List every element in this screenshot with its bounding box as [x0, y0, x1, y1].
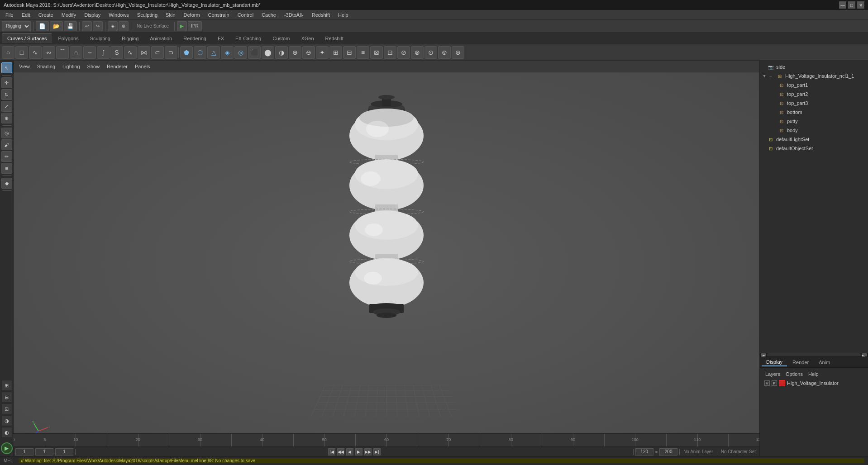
next-frame-btn[interactable]: ▶▶ [364, 448, 372, 456]
outliner-scrollbar[interactable]: ◀ ▶ [760, 353, 868, 356]
soft-mod-tool[interactable]: ◎ [1, 128, 12, 138]
tab-anim[interactable]: Anim [814, 359, 835, 366]
outliner-item-putty[interactable]: ⊡ putty [760, 117, 868, 126]
frame-preview-input[interactable]: 1 [55, 448, 73, 456]
expand-icon-tp2[interactable] [773, 91, 778, 97]
outliner-item-lightset[interactable]: ⊡ defaultLightSet [760, 135, 868, 144]
tab-redshift[interactable]: Redshift [320, 34, 349, 43]
maximize-button[interactable]: □ [848, 1, 855, 9]
tab-curves-surfaces[interactable]: Curves / Surfaces [2, 33, 52, 43]
menu-redshift[interactable]: Redshift [308, 11, 334, 19]
minimize-button[interactable]: — [839, 1, 846, 9]
shelf-curve4[interactable]: ∩ [70, 46, 82, 59]
shelf-torus[interactable]: ◎ [234, 46, 247, 59]
frame-start-input[interactable]: 1 [15, 448, 33, 456]
shelf-sphere[interactable]: ⬟ [180, 46, 193, 59]
layer-vis-check[interactable]: V [764, 380, 770, 386]
shelf-cube[interactable]: ⬡ [194, 46, 206, 59]
menu-3dtoa[interactable]: -3DtoAll- [281, 11, 307, 19]
expand-icon-body[interactable] [773, 128, 778, 133]
layer-color-swatch[interactable] [779, 380, 785, 386]
outliner-item-top-part2[interactable]: ⊡ top_part2 [760, 90, 868, 99]
shelf-surf1[interactable]: ⬤ [262, 46, 274, 59]
menu-skin[interactable]: Skin [162, 11, 179, 19]
menu-display[interactable]: Display [81, 11, 104, 19]
tab-rigging[interactable]: Rigging [116, 34, 144, 43]
shelf-square[interactable]: □ [15, 46, 28, 59]
open-button[interactable]: 📂 [50, 21, 63, 31]
expand-icon-tp3[interactable] [773, 100, 778, 106]
go-end-btn[interactable]: ▶| [373, 448, 381, 456]
play-forward-btn[interactable]: ▶ [355, 448, 362, 456]
expand-icon-group[interactable]: ▼ [762, 73, 767, 79]
tab-animation[interactable]: Animation [144, 34, 177, 43]
shelf-surf5[interactable]: ✦ [316, 46, 329, 59]
outliner-item-group[interactable]: ▼ − ⊞ High_Voltage_Insulator_ncl1_1 [760, 71, 868, 81]
shelf-surf10[interactable]: ⊡ [384, 46, 396, 59]
shelf-surf12[interactable]: ⊗ [411, 46, 424, 59]
paint-tool[interactable]: ✏ [1, 151, 12, 162]
shelf-surf4[interactable]: ⊖ [302, 46, 315, 59]
snap-grid[interactable]: ⊞ [1, 380, 12, 391]
shelf-surf6[interactable]: ⊞ [329, 46, 342, 59]
select-tool[interactable]: ◈ [108, 21, 118, 31]
outliner-item-top-part3[interactable]: ⊡ top_part3 [760, 99, 868, 108]
expand-icon-objectset[interactable] [762, 146, 767, 151]
tab-fx[interactable]: FX [212, 34, 229, 43]
expand-icon-side[interactable] [762, 64, 767, 70]
snap-point[interactable]: ⊡ [1, 403, 12, 414]
shelf-surf13[interactable]: ⊙ [424, 46, 437, 59]
play-back-btn[interactable]: ◀ [346, 448, 353, 456]
outliner-content[interactable]: 📷 persp 📷 top 📷 front 📷 side ▼ − ⊞ High_… [760, 33, 868, 353]
tab-custom[interactable]: Custom [267, 34, 296, 43]
menu-modify[interactable]: Modify [58, 11, 80, 19]
layers-menu-options[interactable]: Options [784, 370, 805, 378]
render-button[interactable]: ▶ [177, 21, 187, 31]
shelf-curve8[interactable]: ∿ [124, 46, 137, 59]
menu-sculpting[interactable]: Sculpting [134, 11, 161, 19]
shelf-curve1[interactable]: ∿ [29, 46, 42, 59]
go-start-btn[interactable]: |◀ [328, 448, 335, 456]
shelf-curve3[interactable]: ⌒ [56, 46, 69, 59]
timeline-ruler[interactable]: 05102030405060708090100110120 [14, 434, 759, 446]
outliner-item-body[interactable]: ⊡ body [760, 126, 868, 135]
shelf-circle[interactable]: ○ [2, 46, 14, 59]
shelf-surf8[interactable]: ≡ [357, 46, 369, 59]
layers-menu-help[interactable]: Help [806, 370, 820, 378]
frame-current-input[interactable]: 1 [35, 448, 53, 456]
menu-file[interactable]: File [2, 11, 17, 19]
timeline[interactable]: 05102030405060708090100110120 [14, 433, 759, 447]
layers-menu-layers[interactable]: Layers [763, 370, 782, 378]
shelf-curve7[interactable]: S [110, 46, 123, 59]
expand-icon-lightset[interactable] [762, 137, 767, 142]
universal-tool[interactable]: ⊕ [1, 113, 12, 123]
move-tool[interactable]: ✛ [1, 77, 12, 88]
expand-icon-tp1[interactable] [773, 82, 778, 88]
shelf-surf9[interactable]: ⊠ [370, 46, 383, 59]
shelf-surf11[interactable]: ⊘ [397, 46, 410, 59]
shelf-surf7[interactable]: ⊟ [343, 46, 356, 59]
menu-deform[interactable]: Deform [180, 11, 204, 19]
sculpt-tool[interactable]: 🖌 [1, 139, 12, 150]
attr-tool[interactable]: ≡ [1, 163, 12, 174]
redo-button[interactable]: ↪ [93, 21, 103, 31]
menu-constrain[interactable]: Constrain [205, 11, 233, 19]
menu-create[interactable]: Create [35, 11, 57, 19]
vp-menu-lighting[interactable]: Lighting [60, 63, 83, 70]
tab-render[interactable]: Render [788, 359, 813, 366]
expand-icon-bottom[interactable] [773, 109, 778, 115]
vp-menu-show[interactable]: Show [85, 63, 103, 70]
menu-control[interactable]: Control [234, 11, 257, 19]
layer-type-check[interactable]: P [772, 380, 777, 386]
outliner-item-bottom[interactable]: ⊡ bottom [760, 108, 868, 117]
shelf-surf2[interactable]: ◑ [275, 46, 288, 59]
prev-frame-btn[interactable]: ◀◀ [337, 448, 344, 456]
shelf-surf3[interactable]: ⊕ [289, 46, 301, 59]
scale-tool[interactable]: ⤢ [1, 101, 12, 112]
outliner-item-objectset[interactable]: ⊡ defaultObjectSet [760, 144, 868, 153]
shelf-surf14[interactable]: ⊚ [438, 46, 451, 59]
shelf-curve11[interactable]: ⊃ [165, 46, 177, 59]
menu-windows[interactable]: Windows [105, 11, 133, 19]
shelf-surf15[interactable]: ⊛ [452, 46, 464, 59]
outliner-item-top-part1[interactable]: ⊡ top_part1 [760, 81, 868, 90]
